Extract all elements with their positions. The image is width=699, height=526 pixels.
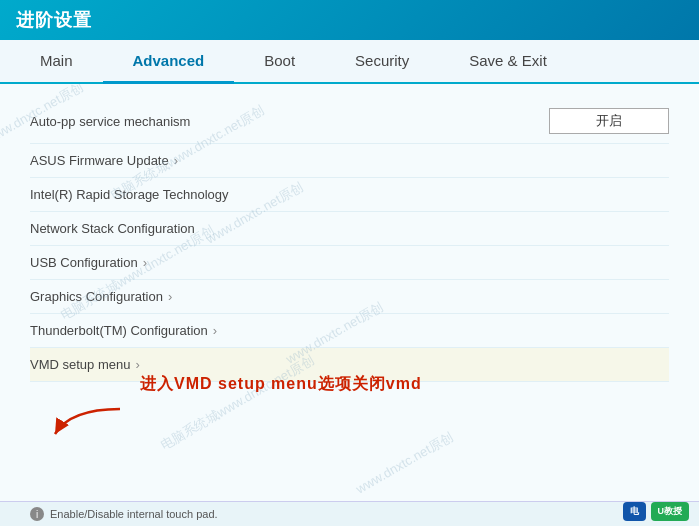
menu-item-app-service: Auto-pp service mechanism 开启 <box>30 99 669 144</box>
bottom-bar: i Enable/Disable internal touch pad. <box>0 501 699 526</box>
menu-item-usb[interactable]: USB Configuration › <box>30 246 669 280</box>
annotation-box: 进入VMD setup menu选项关闭vmd <box>140 374 422 395</box>
annotation-text: 进入VMD setup menu选项关闭vmd <box>140 375 422 392</box>
tab-security[interactable]: Security <box>325 40 439 82</box>
bottom-logos: 电 U教授 <box>623 502 690 521</box>
tab-navigation: Main Advanced Boot Security Save & Exit <box>0 40 699 84</box>
annotation-arrow <box>50 404 130 448</box>
title-text: 进阶设置 <box>16 10 92 30</box>
tab-save-exit[interactable]: Save & Exit <box>439 40 577 82</box>
thunderbolt-arrow: › <box>213 323 217 338</box>
menu-item-graphics[interactable]: Graphics Configuration › <box>30 280 669 314</box>
vmd-label: VMD setup menu <box>30 357 130 372</box>
app-service-value[interactable]: 开启 <box>549 108 669 134</box>
content-area: www.dnxtc.net原创 电脑系统城www.dnxtc.net原创 www… <box>0 84 699 504</box>
firmware-arrow: › <box>174 153 178 168</box>
rapid-storage-label: Intel(R) Rapid Storage Technology <box>30 187 229 202</box>
firmware-label: ASUS Firmware Update <box>30 153 169 168</box>
tab-boot[interactable]: Boot <box>234 40 325 82</box>
graphics-label: Graphics Configuration <box>30 289 163 304</box>
watermark-7: www.dnxtc.net原创 <box>353 428 457 499</box>
graphics-arrow: › <box>168 289 172 304</box>
usb-label: USB Configuration <box>30 255 138 270</box>
title-bar: 进阶设置 <box>0 0 699 40</box>
network-stack-label: Network Stack Configuration <box>30 221 195 236</box>
tab-main[interactable]: Main <box>10 40 103 82</box>
logo-ujiaoshou: U教授 <box>651 502 690 521</box>
info-icon: i <box>30 507 44 521</box>
logo-diannaochengshi: 电 <box>623 502 646 521</box>
menu-item-firmware[interactable]: ASUS Firmware Update › <box>30 144 669 178</box>
bottom-bar-text: Enable/Disable internal touch pad. <box>50 508 218 520</box>
thunderbolt-label: Thunderbolt(TM) Configuration <box>30 323 208 338</box>
menu-item-thunderbolt[interactable]: Thunderbolt(TM) Configuration › <box>30 314 669 348</box>
menu-item-rapid-storage[interactable]: Intel(R) Rapid Storage Technology <box>30 178 669 212</box>
usb-arrow: › <box>143 255 147 270</box>
vmd-arrow: › <box>135 357 139 372</box>
menu-item-network-stack[interactable]: Network Stack Configuration <box>30 212 669 246</box>
tab-advanced[interactable]: Advanced <box>103 40 235 84</box>
app-service-label: Auto-pp service mechanism <box>30 114 190 129</box>
